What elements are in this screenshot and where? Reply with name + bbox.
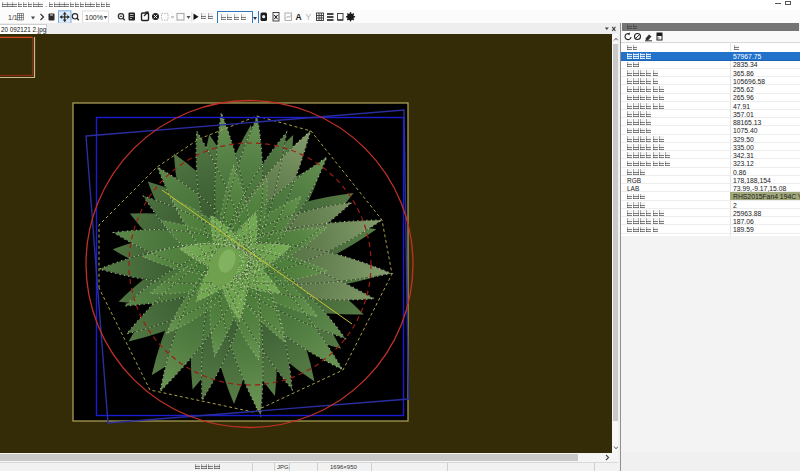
svg-text:x: x xyxy=(658,36,660,40)
svg-text:1/1: 1/1 xyxy=(8,14,18,21)
svg-text:Y: Y xyxy=(306,12,312,22)
svg-text:100%: 100% xyxy=(85,14,103,21)
svg-text:A: A xyxy=(296,12,302,22)
